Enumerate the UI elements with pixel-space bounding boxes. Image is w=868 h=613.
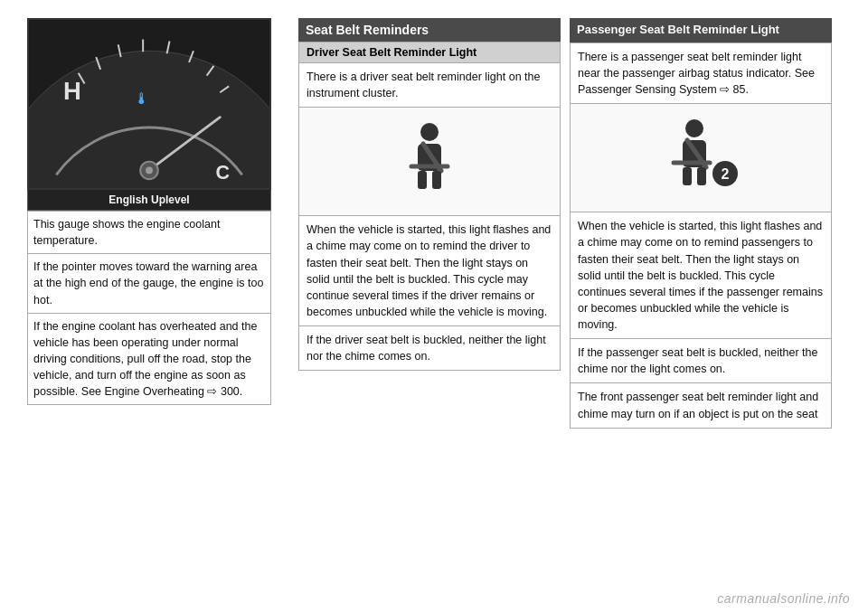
svg-rect-27 — [697, 167, 706, 185]
driver-seat-belt-sub-header: Driver Seat Belt Reminder Light — [298, 42, 561, 63]
svg-rect-20 — [418, 171, 427, 189]
svg-point-22 — [685, 119, 703, 137]
svg-text:C: C — [215, 162, 230, 184]
left-text-block: This gauge shows the engine coolant temp… — [27, 211, 271, 405]
right-column: Passenger Seat Belt Reminder Light There… — [570, 18, 832, 604]
svg-point-16 — [420, 123, 439, 141]
left-text-row-2: If the pointer moves toward the warning … — [27, 254, 271, 313]
left-text-row-1: This gauge shows the engine coolant temp… — [27, 211, 271, 254]
middle-column: Seat Belt Reminders Driver Seat Belt Rem… — [298, 18, 561, 604]
gauge-image: H C 🌡 — [27, 18, 271, 190]
svg-point-15 — [146, 167, 153, 174]
svg-text:🌡: 🌡 — [134, 90, 150, 108]
passenger-intro-text: There is a passenger seat belt reminder … — [570, 42, 832, 104]
watermark: carmanualsonline.info — [717, 591, 850, 606]
left-text-row-3: If the engine coolant has overheated and… — [27, 314, 271, 406]
driver-seatbelt-icon-block — [298, 108, 561, 216]
main-content: H C 🌡 — [0, 0, 868, 613]
passenger-seatbelt-icon-block: 2 — [570, 104, 832, 212]
seat-belt-reminders-header: Seat Belt Reminders — [298, 18, 561, 42]
page-container: H C 🌡 — [0, 0, 868, 613]
passenger-body-text: When the vehicle is started, this light … — [570, 212, 832, 339]
passenger-object-text: The front passenger seat belt reminder l… — [570, 383, 832, 428]
svg-text:2: 2 — [722, 166, 730, 182]
svg-rect-21 — [432, 171, 441, 189]
driver-body-text: When the vehicle is started, this light … — [298, 216, 561, 326]
driver-seatbelt-icon — [398, 121, 461, 203]
driver-footer-text: If the driver seat belt is buckled, neit… — [298, 326, 561, 371]
gauge-label: English Uplevel — [27, 190, 271, 211]
passenger-seatbelt-icon: 2 — [660, 118, 741, 199]
passenger-seat-belt-header: Passenger Seat Belt Reminder Light — [570, 18, 832, 42]
svg-rect-26 — [683, 167, 692, 185]
left-column: H C 🌡 — [27, 18, 289, 604]
passenger-intro-text-span: There is a passenger seat belt reminder … — [578, 51, 815, 96]
driver-intro-text: There is a driver seat belt reminder lig… — [298, 63, 561, 108]
passenger-buckled-text: If the passenger seat belt is buckled, n… — [570, 339, 832, 383]
svg-text:H: H — [63, 77, 81, 105]
